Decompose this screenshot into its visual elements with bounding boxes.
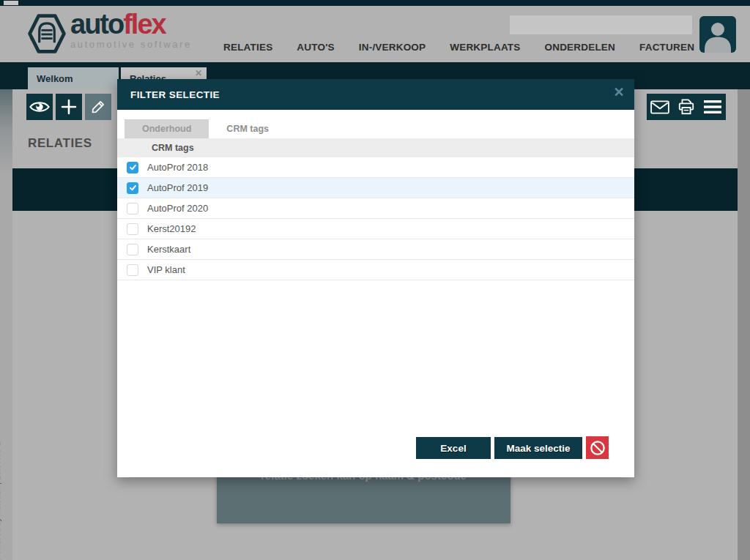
excel-button[interactable]: Excel — [416, 437, 491, 459]
crm-tag-list: AutoProf 2018AutoProf 2019AutoProf 2020K… — [117, 157, 634, 280]
nav-onderdelen[interactable]: ONDERDELEN — [545, 42, 616, 53]
filter-selectie-modal: FILTER SELECTIE ✕ Onderhoud CRM tags CRM… — [117, 79, 634, 477]
pencil-icon — [90, 99, 106, 115]
nav-facturen[interactable]: FACTUREN — [639, 42, 694, 53]
crm-tag-label: VIP klant — [147, 264, 185, 275]
nav-werkplaats[interactable]: WERKPLAATS — [450, 42, 520, 53]
crm-tag-label: Kerst20192 — [147, 223, 196, 234]
logo-text: autoflex automotive software — [70, 10, 192, 50]
nav-in-verkoop[interactable]: IN-/VERKOOP — [359, 42, 426, 53]
right-edge-strip[interactable] — [738, 89, 750, 560]
checkmark-icon — [129, 163, 137, 171]
modal-title: FILTER SELECTIE — [130, 89, 220, 100]
modal-tab-onderhoud[interactable]: Onderhoud — [125, 119, 209, 138]
modal-header: FILTER SELECTIE ✕ — [117, 79, 634, 110]
person-icon — [699, 16, 736, 53]
tab-welkom-label: Welkom — [37, 73, 73, 84]
logo-word-auto: auto — [70, 9, 123, 40]
crm-tag-row[interactable]: AutoProf 2018 — [117, 157, 634, 178]
app-window: autoflex automotive software RELATIES AU… — [0, 0, 750, 560]
menu-button[interactable] — [699, 94, 726, 120]
window-top-strip — [0, 0, 750, 6]
search-hint-text: relatie zoeken kan op naam & postcode — [261, 469, 467, 523]
powered-by-label: Powered by Autoflex | 10.07.06-L — [0, 441, 1, 560]
left-edge-strip: Powered by Autoflex | 10.07.06-L — [0, 89, 12, 560]
mail-button[interactable] — [647, 94, 673, 120]
page-title: RELATIES — [28, 136, 92, 151]
menu-icon — [703, 100, 722, 114]
autoflex-hexagon-icon — [25, 10, 69, 57]
checkbox-unchecked[interactable] — [127, 223, 138, 235]
modal-tab-crm-tags[interactable]: CRM tags — [209, 119, 286, 138]
checkbox-unchecked[interactable] — [127, 203, 138, 214]
mail-icon — [650, 100, 669, 114]
crm-tag-row[interactable]: Kerst20192 — [117, 219, 634, 239]
print-icon — [677, 98, 695, 116]
app-header: autoflex automotive software RELATIES AU… — [0, 6, 750, 62]
crm-tag-label: AutoProf 2018 — [147, 162, 208, 173]
logo-word-flex: flex — [123, 9, 165, 40]
logo-tagline: automotive software — [70, 39, 192, 50]
nav-relaties[interactable]: RELATIES — [223, 42, 272, 53]
crm-tag-label: AutoProf 2020 — [147, 203, 208, 214]
checkbox-checked[interactable] — [127, 182, 138, 194]
crm-tag-label: Kerstkaart — [147, 244, 190, 255]
main-nav: RELATIES AUTO'S IN-/VERKOOP WERKPLAATS O… — [223, 42, 694, 53]
add-button[interactable] — [56, 94, 82, 120]
maak-selectie-button[interactable]: Maak selectie — [494, 437, 582, 459]
checkbox-unchecked[interactable] — [127, 244, 138, 255]
window-artifact — [4, 1, 18, 5]
tab-welkom[interactable]: Welkom — [28, 67, 119, 89]
crm-tag-label: AutoProf 2019 — [147, 182, 208, 193]
crm-tag-row[interactable]: AutoProf 2020 — [117, 198, 634, 219]
modal-tab-bar: Onderhoud CRM tags — [125, 119, 286, 138]
crm-tag-row[interactable]: VIP klant — [117, 260, 634, 280]
list-column-header: CRM tags — [117, 138, 634, 157]
checkbox-unchecked[interactable] — [127, 264, 138, 276]
eye-icon — [29, 100, 50, 114]
checkbox-checked[interactable] — [127, 162, 138, 173]
crm-tag-row[interactable]: Kerstkaart — [117, 239, 634, 260]
search-input[interactable] — [510, 15, 692, 34]
prohibition-icon — [589, 439, 606, 457]
print-button[interactable] — [673, 94, 699, 120]
edit-button[interactable] — [85, 94, 111, 120]
user-avatar[interactable] — [699, 16, 736, 53]
plus-icon — [60, 98, 78, 116]
close-icon[interactable]: ✕ — [614, 86, 625, 99]
autoflex-logo[interactable]: autoflex automotive software — [25, 10, 192, 57]
view-button[interactable] — [26, 94, 53, 120]
nav-autos[interactable]: AUTO'S — [297, 42, 334, 53]
checkmark-icon — [129, 184, 137, 192]
tab-close-icon[interactable]: ✕ — [195, 68, 202, 78]
cancel-button[interactable] — [586, 436, 609, 459]
crm-tag-row[interactable]: AutoProf 2019 — [117, 178, 634, 198]
